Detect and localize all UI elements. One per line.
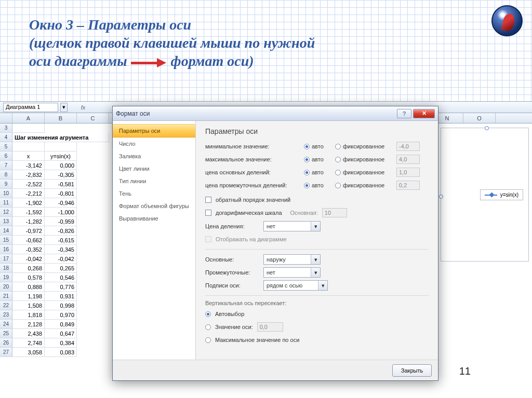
row-header[interactable]: 5 bbox=[0, 142, 12, 152]
row-header[interactable]: 20 bbox=[0, 282, 12, 292]
row-header[interactable]: 8 bbox=[0, 170, 12, 180]
column-header[interactable]: A bbox=[12, 113, 45, 123]
cell[interactable]: -0,042 bbox=[45, 254, 77, 264]
close-dialog-button[interactable]: Закрыть bbox=[392, 364, 432, 377]
cell[interactable]: -1,282 bbox=[12, 217, 45, 226]
crosses-max-radio[interactable] bbox=[205, 337, 211, 343]
cell[interactable]: 0,083 bbox=[45, 348, 77, 357]
help-button[interactable]: ? bbox=[397, 109, 411, 118]
cell[interactable]: y=sin(x) bbox=[45, 152, 77, 161]
cell[interactable]: -2,522 bbox=[12, 180, 45, 189]
log-base-input[interactable]: 10 bbox=[322, 208, 347, 217]
minor-tick-select[interactable]: нет▾ bbox=[263, 267, 321, 278]
close-button[interactable]: ✕ bbox=[413, 109, 435, 118]
sidebar-item[interactable]: Параметры оси bbox=[113, 124, 195, 138]
cell[interactable]: 0,931 bbox=[45, 292, 77, 301]
row-header[interactable]: 19 bbox=[0, 273, 12, 282]
row-header[interactable]: 18 bbox=[0, 264, 12, 273]
row-header[interactable]: 27 bbox=[0, 348, 12, 357]
cell[interactable]: -0,826 bbox=[45, 226, 77, 236]
fixed-radio[interactable] bbox=[335, 144, 341, 149]
column-header[interactable]: C bbox=[77, 113, 109, 123]
row-header[interactable]: 13 bbox=[0, 217, 12, 226]
cell[interactable]: -1,000 bbox=[45, 208, 77, 217]
cell[interactable]: 0,970 bbox=[45, 310, 77, 320]
reverse-order-checkbox[interactable] bbox=[205, 197, 211, 203]
dialog-titlebar[interactable]: Формат оси ? ✕ bbox=[113, 106, 438, 121]
cell[interactable] bbox=[12, 142, 45, 152]
display-unit-select[interactable]: нет ▾ bbox=[263, 221, 321, 231]
cell[interactable]: 3,058 bbox=[12, 348, 45, 357]
cell[interactable]: -1,592 bbox=[12, 208, 45, 217]
row-header[interactable]: 16 bbox=[0, 245, 12, 254]
cell[interactable]: 0,776 bbox=[45, 282, 77, 292]
cell[interactable]: Шаг изменения агрумента bbox=[12, 133, 109, 142]
cell[interactable]: 0,998 bbox=[45, 301, 77, 310]
cell[interactable]: 2,128 bbox=[12, 320, 45, 329]
cell[interactable]: 0,647 bbox=[45, 329, 77, 338]
cell[interactable]: -1,902 bbox=[12, 198, 45, 208]
crosses-value-input[interactable]: 0,0 bbox=[257, 322, 283, 332]
cell[interactable]: 0,849 bbox=[45, 320, 77, 329]
row-header[interactable]: 12 bbox=[0, 208, 12, 217]
row-header[interactable]: 3 bbox=[0, 123, 12, 133]
cell[interactable]: x bbox=[12, 152, 45, 161]
row-header[interactable]: 7 bbox=[0, 161, 12, 170]
cell[interactable]: -0,801 bbox=[45, 189, 77, 198]
cell[interactable]: -0,662 bbox=[12, 236, 45, 245]
row-header[interactable]: 10 bbox=[0, 189, 12, 198]
crosses-value-radio[interactable] bbox=[205, 324, 211, 330]
axis-labels-select[interactable]: рядом с осью▾ bbox=[263, 280, 328, 291]
column-header[interactable]: O bbox=[463, 113, 496, 123]
cell[interactable]: 0,265 bbox=[45, 264, 77, 273]
cell[interactable] bbox=[45, 142, 77, 152]
row-header[interactable]: 17 bbox=[0, 254, 12, 264]
row-header[interactable]: 24 bbox=[0, 320, 12, 329]
cell[interactable]: -0,615 bbox=[45, 236, 77, 245]
row-header[interactable]: 4 bbox=[0, 133, 12, 142]
row-header[interactable]: 26 bbox=[0, 338, 12, 348]
fixed-radio[interactable] bbox=[335, 183, 341, 188]
auto-radio[interactable] bbox=[304, 144, 310, 149]
sidebar-item[interactable]: Цвет линии bbox=[113, 162, 195, 175]
cell[interactable]: 0,578 bbox=[12, 273, 45, 282]
cell[interactable]: 0,384 bbox=[45, 338, 77, 348]
row-header[interactable]: 25 bbox=[0, 329, 12, 338]
fixed-value-input[interactable]: 0,2 bbox=[396, 181, 420, 190]
cell[interactable]: -0,305 bbox=[45, 170, 77, 180]
name-box-dropdown[interactable]: ▾ bbox=[60, 103, 68, 112]
row-header[interactable]: 22 bbox=[0, 301, 12, 310]
row-header[interactable]: 14 bbox=[0, 226, 12, 236]
cell[interactable]: -0,581 bbox=[45, 180, 77, 189]
major-tick-select[interactable]: наружу▾ bbox=[263, 254, 321, 265]
fixed-radio[interactable] bbox=[335, 170, 341, 175]
sidebar-item[interactable]: Число bbox=[113, 138, 195, 150]
sidebar-item[interactable]: Тип линии bbox=[113, 175, 195, 187]
auto-radio[interactable] bbox=[304, 183, 310, 188]
sidebar-item[interactable]: Выравнивание bbox=[113, 212, 195, 225]
auto-radio[interactable] bbox=[304, 170, 310, 175]
crosses-auto-radio[interactable] bbox=[205, 311, 211, 317]
row-header[interactable]: 23 bbox=[0, 310, 12, 320]
cell[interactable]: -0,352 bbox=[12, 245, 45, 254]
cell[interactable]: 2,438 bbox=[12, 329, 45, 338]
row-header[interactable]: 11 bbox=[0, 198, 12, 208]
sidebar-item[interactable]: Тень bbox=[113, 187, 195, 200]
fixed-value-input[interactable]: 1,0 bbox=[396, 168, 420, 177]
cell[interactable]: -3,142 bbox=[12, 161, 45, 170]
cell[interactable]: 0,268 bbox=[12, 264, 45, 273]
cell[interactable]: -0,042 bbox=[12, 254, 45, 264]
select-all-corner[interactable] bbox=[0, 113, 12, 123]
cell[interactable]: -0,972 bbox=[12, 226, 45, 236]
fixed-value-input[interactable]: 4,0 bbox=[396, 155, 420, 164]
row-header[interactable]: 15 bbox=[0, 236, 12, 245]
sidebar-item[interactable]: Заливка bbox=[113, 150, 195, 162]
embedded-chart[interactable]: y=sin(x) bbox=[441, 128, 529, 262]
cell[interactable]: -0,345 bbox=[45, 245, 77, 254]
row-header[interactable]: 6 bbox=[0, 152, 12, 161]
row-header[interactable]: 9 bbox=[0, 180, 12, 189]
name-box[interactable]: Диаграмма 1 bbox=[3, 103, 58, 112]
cell[interactable]: -2,212 bbox=[12, 189, 45, 198]
cell[interactable] bbox=[12, 123, 45, 133]
cell[interactable]: 1,198 bbox=[12, 292, 45, 301]
